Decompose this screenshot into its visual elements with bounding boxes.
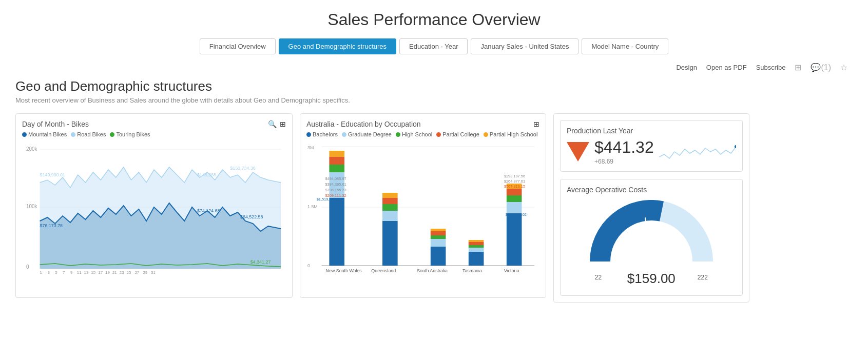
education-chart-title: Australia - Education by Occupation <box>306 120 421 128</box>
svg-rect-35 <box>329 198 344 266</box>
svg-rect-53 <box>431 231 446 235</box>
svg-text:Tasmania: Tasmania <box>462 268 482 273</box>
svg-text:$76,173.78: $76,173.78 <box>40 223 63 228</box>
search-icon[interactable]: 🔍 <box>268 120 277 128</box>
gauge-max-label: 222 <box>698 274 708 281</box>
svg-text:$264,877.61: $264,877.61 <box>504 179 525 184</box>
svg-rect-49 <box>382 193 398 198</box>
section-subtitle: Most recent overview of Business and Sal… <box>15 96 853 104</box>
svg-rect-47 <box>382 204 398 211</box>
production-value: $441.32 <box>594 138 654 157</box>
gauge-min-label: 22 <box>595 274 602 281</box>
gauge-card: Average Operative Costs 22 222 $159 <box>560 179 743 296</box>
svg-rect-61 <box>507 202 522 213</box>
svg-rect-54 <box>431 229 446 231</box>
bikes-legend: Mountain Bikes Road Bikes Touring Bikes <box>22 131 286 137</box>
svg-text:7: 7 <box>63 270 65 275</box>
svg-line-75 <box>645 218 651 261</box>
production-title: Production Last Year <box>567 127 736 135</box>
bikes-chart-card: Day of Month - Bikes 🔍 ⊞ Mountain Bikes … <box>15 113 293 298</box>
svg-text:South Australia: South Australia <box>417 268 448 273</box>
svg-rect-60 <box>507 213 522 266</box>
grid-icon[interactable]: ⊞ <box>280 120 286 128</box>
svg-text:$64,522.58: $64,522.58 <box>240 214 263 219</box>
gauge-title: Average Operative Costs <box>567 186 736 194</box>
education-legend: Bachelors Graduate Degree High School Pa… <box>306 131 539 137</box>
star-icon[interactable]: ☆ <box>840 63 847 72</box>
svg-rect-37 <box>329 165 344 172</box>
page-title: Sales Performance Overview <box>15 10 853 29</box>
svg-text:$4,341.27: $4,341.27 <box>250 259 271 265</box>
svg-rect-63 <box>507 189 522 195</box>
svg-rect-50 <box>431 247 446 266</box>
svg-text:5: 5 <box>55 270 57 275</box>
svg-text:11: 11 <box>77 270 82 275</box>
svg-text:$149,990.01: $149,990.01 <box>40 172 65 177</box>
gauge-svg <box>590 200 713 272</box>
bikes-chart-title: Day of Month - Bikes <box>22 120 89 128</box>
svg-text:100k: 100k <box>26 204 37 209</box>
charts-row: Day of Month - Bikes 🔍 ⊞ Mountain Bikes … <box>15 113 853 303</box>
right-column: Production Last Year $441.32 +68.69 Aver… <box>553 113 749 303</box>
svg-text:$196,155.23: $196,155.23 <box>325 188 346 192</box>
svg-text:31: 31 <box>151 270 156 275</box>
tab-education[interactable]: Education - Year <box>399 38 468 54</box>
svg-text:1: 1 <box>40 270 43 275</box>
svg-rect-58 <box>469 242 484 245</box>
svg-text:$293,197.56: $293,197.56 <box>504 174 525 178</box>
gauge-area: 22 222 $159.00 <box>567 197 736 289</box>
svg-text:200k: 200k <box>26 146 37 152</box>
svg-rect-38 <box>329 157 344 165</box>
svg-text:$384,395.61: $384,395.61 <box>325 182 346 187</box>
svg-rect-57 <box>469 245 484 248</box>
production-card: Production Last Year $441.32 +68.69 <box>560 120 743 172</box>
trend-triangle-icon <box>567 142 589 162</box>
svg-text:New South Wales: New South Wales <box>326 268 362 273</box>
svg-text:13: 13 <box>84 270 89 275</box>
svg-rect-48 <box>382 198 398 204</box>
svg-text:27: 27 <box>134 270 139 275</box>
toolbar: Design Open as PDF Subscribe ⊞ 💬(1) ☆ <box>15 63 853 72</box>
svg-rect-46 <box>382 211 398 221</box>
svg-text:$913,816.02: $913,816.02 <box>506 212 527 217</box>
design-link[interactable]: Design <box>676 64 697 71</box>
tab-january[interactable]: January Sales - United States <box>471 38 578 54</box>
layers-icon[interactable]: ⊞ <box>795 63 801 72</box>
grid-icon2[interactable]: ⊞ <box>533 120 539 128</box>
svg-text:3: 3 <box>47 270 50 275</box>
svg-rect-55 <box>469 252 484 266</box>
svg-text:21: 21 <box>112 270 117 275</box>
svg-text:1.5M: 1.5M <box>307 204 318 209</box>
pdf-link[interactable]: Open as PDF <box>706 64 747 71</box>
bikes-chart-svg: 200k 100k 0 $149,990.01 $76, <box>22 142 286 275</box>
svg-text:3M: 3M <box>307 145 314 150</box>
svg-text:17: 17 <box>98 270 103 275</box>
production-change: +68.69 <box>594 158 654 165</box>
education-chart-card: Australia - Education by Occupation ⊞ Ba… <box>300 113 546 298</box>
subscribe-link[interactable]: Subscribe <box>756 64 786 71</box>
svg-rect-45 <box>382 221 398 266</box>
section-title: Geo and Demographic structures <box>15 78 853 94</box>
svg-rect-62 <box>507 195 522 202</box>
svg-text:25: 25 <box>127 270 131 275</box>
tab-model[interactable]: Model Name - Country <box>582 38 668 54</box>
svg-text:$567,819.15: $567,819.15 <box>504 184 525 189</box>
svg-rect-51 <box>431 239 446 247</box>
svg-rect-56 <box>469 248 484 252</box>
tab-financial[interactable]: Financial Overview <box>200 38 276 54</box>
svg-rect-39 <box>329 151 344 157</box>
svg-text:Queensland: Queensland <box>371 268 396 273</box>
svg-text:15: 15 <box>91 270 95 275</box>
svg-text:23: 23 <box>120 270 124 275</box>
svg-text:Victoria: Victoria <box>504 268 519 273</box>
production-sparkline <box>659 139 736 165</box>
comment-icon[interactable]: 💬(1) <box>811 63 831 72</box>
svg-text:$1,519,204.76: $1,519,204.76 <box>317 197 341 202</box>
svg-text:0: 0 <box>307 263 310 268</box>
svg-text:$150,734.38: $150,734.38 <box>230 166 255 171</box>
tab-geo[interactable]: Geo and Demographic structures <box>279 38 396 54</box>
svg-text:$148,268: $148,268 <box>197 172 216 177</box>
svg-text:$74,124.68: $74,124.68 <box>197 208 220 213</box>
svg-text:19: 19 <box>105 270 110 275</box>
tabs-bar: Financial Overview Geo and Demographic s… <box>15 38 853 54</box>
